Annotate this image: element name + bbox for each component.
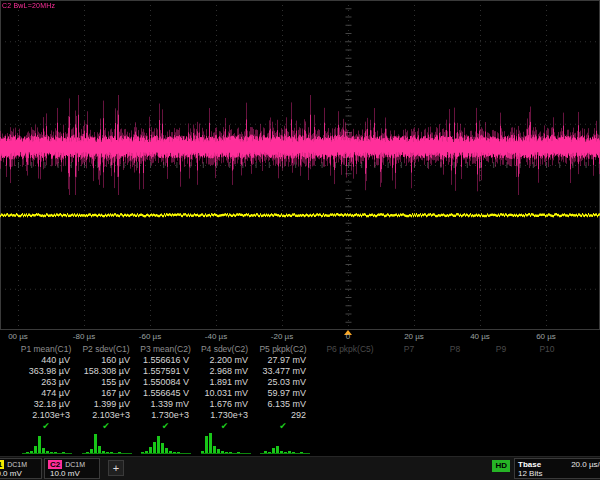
timebase-descriptor[interactable]: Tbase 20.0 µs/div 12 Bits	[514, 458, 600, 479]
time-axis: 00 µs-80 µs-60 µs-40 µs-20 µs020 µs40 µs…	[0, 330, 600, 344]
c1-descriptor-top: C1 DC1M	[0, 459, 38, 469]
time-axis-label: 00 µs	[8, 332, 28, 341]
meas-value-cell: 167 µV	[76, 388, 136, 399]
meas-value-cell: 2.968 mV	[195, 366, 254, 377]
time-axis-label: -80 µs	[73, 332, 95, 341]
channel-descriptor-c2[interactable]: C2 DC1M 10.0 mV	[44, 458, 100, 479]
histicon-strip	[0, 432, 600, 456]
histicon-bar	[300, 452, 303, 453]
meas-value-cell: 32.18 µV	[16, 399, 76, 410]
histicon-bar	[292, 452, 295, 453]
meas-value-cell: 33.477 mV	[254, 366, 312, 377]
meas-row: P1 mean(C1)P2 sdev(C1)P3 mean(C2)P4 sdev…	[0, 344, 600, 355]
histicon-bar	[217, 449, 220, 453]
waveform-canvas	[0, 0, 600, 330]
time-axis-label: -60 µs	[139, 332, 161, 341]
meas-value-cell: 158.308 µV	[76, 366, 136, 377]
meas-status-check-icon: ✔	[195, 421, 254, 432]
meas-status-check-icon: ✔	[16, 421, 76, 432]
meas-row: 2.103e+32.103e+31.730e+31.730e+3292	[0, 410, 600, 421]
timebase-bottom-line: 12 Bits	[518, 469, 600, 478]
histicon[interactable]	[22, 433, 72, 454]
meas-header-cell[interactable]: P9	[478, 344, 524, 355]
histicon[interactable]	[141, 433, 191, 454]
meas-header-cell[interactable]: P7	[386, 344, 432, 355]
histicon-bar	[118, 452, 121, 453]
meas-value-cell: 1.557591 V	[136, 366, 195, 377]
histicon-bar	[272, 448, 275, 453]
meas-value-cell: 1.550084 V	[136, 377, 195, 388]
timebase-top-line: Tbase 20.0 µs/div	[518, 460, 600, 469]
histicon[interactable]	[82, 433, 132, 454]
meas-value-cell: 27.97 mV	[254, 355, 312, 366]
meas-header-cell[interactable]: P4 sdev(C2)	[195, 344, 254, 355]
histicon-bar	[102, 451, 105, 454]
meas-header-cell[interactable]: P8	[432, 344, 478, 355]
meas-value-cell: 25.03 mV	[254, 377, 312, 388]
histicon-bar	[90, 449, 93, 453]
meas-value-cell: 1.399 µV	[76, 399, 136, 410]
meas-value-cell: 1.339 mV	[136, 399, 195, 410]
histicon[interactable]	[260, 433, 310, 454]
timebase-resolution-label: 12 Bits	[518, 469, 542, 478]
histicon-bar	[153, 442, 156, 453]
meas-header-cell[interactable]: P10	[524, 344, 570, 355]
meas-header-cell[interactable]: P3 mean(C2)	[136, 344, 195, 355]
time-axis-label: 60 µs	[536, 332, 556, 341]
histicon-bar	[276, 446, 279, 454]
meas-status-check-icon: ✔	[76, 421, 136, 432]
hd-mode-badge: HD	[492, 460, 510, 472]
c1-scale-label: 10.0 mV	[0, 469, 38, 479]
histicon-bar	[34, 446, 37, 454]
meas-status-check-icon: ✔	[254, 421, 312, 432]
histicon-bar	[145, 451, 148, 454]
meas-value-cell: 2.103e+3	[16, 410, 76, 421]
c2-descriptor-top: C2 DC1M	[48, 459, 96, 469]
oscilloscope-screen: C2 BwL=20MHz 00 µs-80 µs-60 µs-40 µs-20 …	[0, 0, 600, 480]
waveform-grid: C2 BwL=20MHz	[0, 0, 600, 330]
meas-status-check-icon: ✔	[136, 421, 195, 432]
time-axis-label: 20 µs	[404, 332, 424, 341]
time-axis-label: 40 µs	[470, 332, 490, 341]
histicon-bar	[54, 452, 57, 453]
time-axis-label: -20 µs	[271, 332, 293, 341]
meas-row: 363.98 µV158.308 µV1.557591 V2.968 mV33.…	[0, 366, 600, 377]
histicon-bar	[98, 446, 101, 454]
histicon-bar	[205, 436, 208, 454]
c2-trace-annotation: C2 BwL=20MHz	[2, 2, 55, 9]
meas-value-cell: 440 µV	[16, 355, 76, 366]
histicon-bar	[106, 452, 109, 453]
status-bar: C1 DC1M 10.0 mV C2 DC1M 10.0 mV + HD Tba…	[0, 456, 600, 480]
meas-header-cell[interactable]: P5 pkpk(C2)	[254, 344, 312, 355]
histicon-bar	[221, 451, 224, 454]
meas-value-cell: 160 µV	[76, 355, 136, 366]
histicon-bar	[177, 452, 180, 453]
add-trace-button[interactable]: +	[108, 460, 124, 476]
histicon[interactable]	[201, 433, 251, 454]
histicon-bar	[110, 452, 113, 453]
histicon-bar	[169, 451, 172, 454]
c2-coupling-label: DC1M	[65, 461, 85, 468]
timebase-label: Tbase	[518, 460, 541, 469]
histicon-bar	[149, 447, 152, 453]
meas-value-cell: 155 µV	[76, 377, 136, 388]
histicon-bar	[50, 452, 53, 453]
histicon-bar	[86, 452, 89, 453]
meas-row: 263 µV155 µV1.550084 V1.891 mV25.03 mV	[0, 377, 600, 388]
meas-value-cell: 10.031 mV	[195, 388, 254, 399]
histicon-bar	[213, 446, 216, 454]
meas-row: 440 µV160 µV1.556616 V2.200 mV27.97 mV	[0, 355, 600, 366]
histicon-bar	[201, 451, 204, 454]
meas-value-cell: 1.730e+3	[195, 410, 254, 421]
meas-value-cell: 2.103e+3	[76, 410, 136, 421]
histicon-bar	[38, 436, 41, 454]
meas-header-cell[interactable]: P1 mean(C1)	[16, 344, 76, 355]
meas-header-cell[interactable]: P6 pkpk(C5)	[314, 344, 386, 355]
timebase-scale-label: 20.0 µs/div	[571, 460, 600, 469]
meas-value-cell: 1.730e+3	[136, 410, 195, 421]
meas-header-cell[interactable]: P2 sdev(C1)	[76, 344, 136, 355]
c1-channel-tag: C1	[0, 460, 4, 469]
time-axis-label: 0	[346, 332, 350, 341]
channel-descriptor-c1[interactable]: C1 DC1M 10.0 mV	[0, 458, 42, 479]
meas-row: ✔✔✔✔✔	[0, 421, 600, 432]
